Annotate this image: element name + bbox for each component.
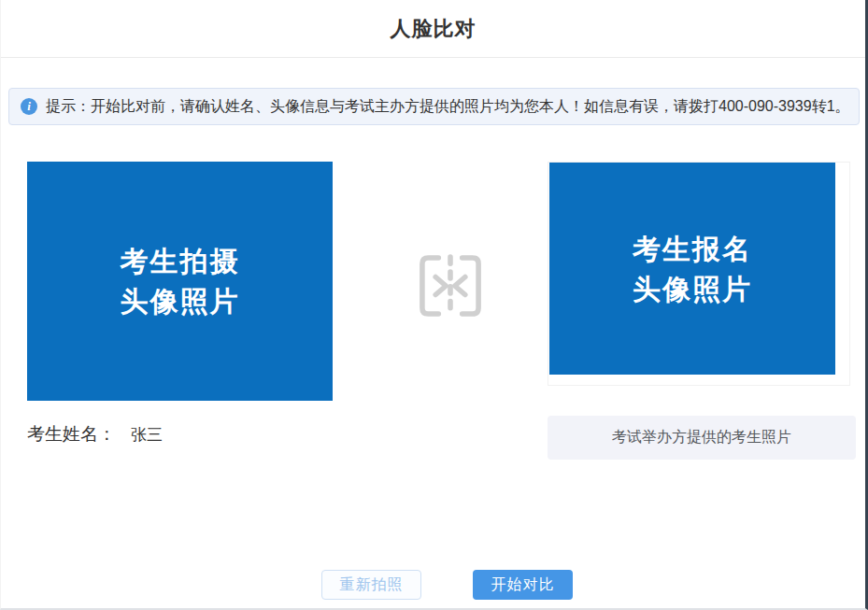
photo-source-caption: 考试举办方提供的考生照片 xyxy=(548,416,856,460)
candidate-name-value: 张三 xyxy=(131,424,163,446)
face-compare-page: 人脸比对 i 提示：开始比对前，请确认姓名、头像信息与考试主办方提供的照片均为您… xyxy=(0,0,868,610)
notice-banner: i 提示：开始比对前，请确认姓名、头像信息与考试主办方提供的照片均为您本人！如信… xyxy=(8,88,860,125)
page-header: 人脸比对 xyxy=(1,0,865,58)
registered-photo-placeholder: 考生报名 头像照片 xyxy=(549,163,835,375)
retake-photo-button[interactable]: 重新拍照 xyxy=(321,570,421,600)
registered-photo-label-line2: 头像照片 xyxy=(633,269,752,309)
registered-photo-label-line1: 考生报名 xyxy=(633,229,752,269)
page-title: 人脸比对 xyxy=(391,15,477,43)
info-icon: i xyxy=(21,98,37,115)
captured-photo-placeholder: 考生拍摄 头像照片 xyxy=(27,162,333,401)
notice-text: 提示：开始比对前，请确认姓名、头像信息与考试主办方提供的照片均为您本人！如信息有… xyxy=(46,97,850,117)
captured-photo-label-line1: 考生拍摄 xyxy=(121,241,240,281)
start-compare-button[interactable]: 开始对比 xyxy=(473,570,573,600)
captured-photo-label-line2: 头像照片 xyxy=(121,281,240,321)
candidate-name-row: 考生姓名： 张三 xyxy=(27,422,163,447)
compare-icon xyxy=(415,250,486,321)
photo-source-caption-text: 考试举办方提供的考生照片 xyxy=(612,428,791,447)
candidate-name-label: 考生姓名： xyxy=(27,422,116,447)
